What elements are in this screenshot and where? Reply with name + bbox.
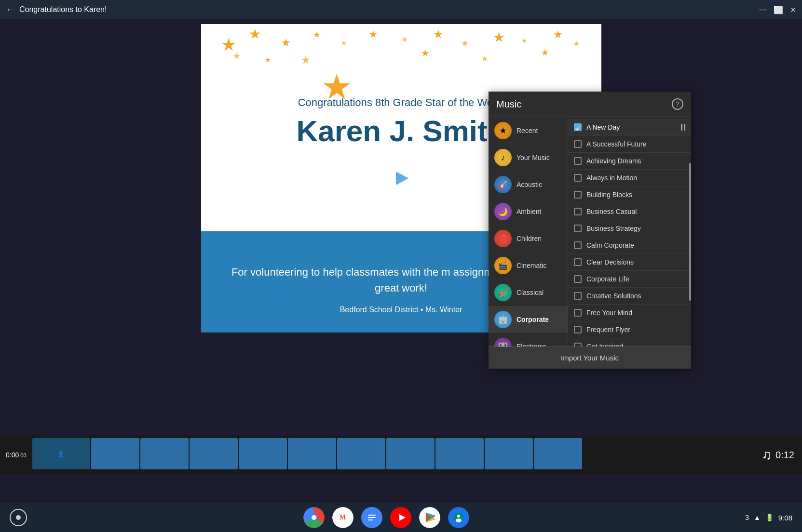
track-name-frequent-flyer: Frequent Flyer: [586, 326, 685, 333]
track-checkbox-business-strategy[interactable]: [574, 225, 582, 232]
track-checkbox-building-blocks[interactable]: [574, 191, 582, 199]
category-item-classical[interactable]: 🎻 Classical: [489, 279, 568, 306]
timeline-strip[interactable]: 👤: [32, 438, 754, 472]
track-item-business-casual[interactable]: Business Casual: [568, 203, 691, 220]
play-button[interactable]: [384, 161, 418, 195]
music-panel-body: ★ Recent ♪ Your Music 🎸 Acoustic: [489, 117, 691, 346]
window-controls: — ⬜ ✕: [759, 5, 796, 14]
category-list: ★ Recent ♪ Your Music 🎸 Acoustic: [489, 117, 568, 346]
track-checkbox-always-in-motion[interactable]: [574, 174, 582, 182]
category-label-classical: Classical: [517, 289, 544, 296]
docs-dock-icon[interactable]: [361, 507, 382, 528]
track-item-business-strategy[interactable]: Business Strategy: [568, 220, 691, 237]
help-button[interactable]: ?: [672, 98, 683, 110]
svg-point-10: [457, 515, 460, 518]
track-checkbox-a-successful-future[interactable]: [574, 140, 582, 148]
track-item-get-inspired[interactable]: Get Inspired: [568, 338, 691, 346]
track-name-a-new-day: A New Day: [586, 123, 676, 131]
track-checkbox-creative-solutions[interactable]: [574, 292, 582, 300]
track-item-a-successful-future[interactable]: A Successful Future: [568, 136, 691, 153]
meet-dock-icon[interactable]: [448, 507, 469, 528]
track-checkbox-get-inspired[interactable]: [574, 343, 582, 346]
category-label-ambient: Ambient: [517, 208, 541, 215]
track-checkbox-clear-decisions[interactable]: [574, 258, 582, 266]
category-item-ambient[interactable]: 🌙 Ambient: [489, 198, 568, 225]
category-item-electronic[interactable]: 🎛️ Electronic: [489, 333, 568, 346]
category-icon-electronic: 🎛️: [494, 338, 512, 346]
track-item-creative-solutions[interactable]: Creative Solutions: [568, 288, 691, 305]
play-store-icon: [419, 507, 440, 528]
category-item-recent[interactable]: ★ Recent: [489, 117, 568, 144]
timeline-start-time: 0:00.00: [0, 451, 32, 459]
track-checkbox-free-your-mind[interactable]: [574, 309, 582, 317]
maximize-button[interactable]: ⬜: [774, 5, 783, 14]
music-panel: Music ? ★ Recent ♪ Your Music: [489, 92, 691, 369]
app-area: ★ ★ ★ ★ ★ ★ ★ ★ ★ ★ ★ ★ ★ ★ ★ ★ ★ ★ ★ ★: [0, 19, 802, 503]
category-item-corporate[interactable]: 🏢 Corporate: [489, 306, 568, 333]
pause-indicator: [681, 124, 685, 131]
timeline-thumb-5: [288, 438, 336, 469]
category-label-corporate: Corporate: [517, 316, 549, 323]
track-item-calm-corporate[interactable]: Calm Corporate: [568, 237, 691, 254]
category-icon-classical: 🎻: [494, 284, 512, 301]
track-name-building-blocks: Building Blocks: [586, 191, 685, 199]
track-checkbox-frequent-flyer[interactable]: [574, 326, 582, 333]
track-name-get-inspired: Get Inspired: [586, 343, 685, 346]
svg-point-11: [456, 519, 462, 522]
close-button[interactable]: ✕: [790, 5, 796, 14]
category-icon-corporate: 🏢: [494, 311, 512, 328]
battery-icon: 🔋: [765, 514, 774, 521]
track-name-corporate-life: Corporate Life: [586, 275, 685, 283]
track-item-achieving-dreams[interactable]: Achieving Dreams: [568, 153, 691, 170]
music-note-area: ♫ 0:12: [754, 447, 802, 463]
music-panel-header: Music ?: [489, 92, 691, 117]
track-item-building-blocks[interactable]: Building Blocks: [568, 186, 691, 203]
category-item-yourmusic[interactable]: ♪ Your Music: [489, 144, 568, 171]
timeline-thumb-4: [239, 438, 287, 469]
track-item-frequent-flyer[interactable]: Frequent Flyer: [568, 321, 691, 338]
track-item-corporate-life[interactable]: Corporate Life: [568, 271, 691, 288]
back-button[interactable]: ←: [6, 5, 14, 15]
track-item-free-your-mind[interactable]: Free Your Mind: [568, 305, 691, 321]
minimize-button[interactable]: —: [759, 5, 767, 14]
track-item-clear-decisions[interactable]: Clear Decisions: [568, 254, 691, 271]
category-label-children: Children: [517, 235, 542, 242]
taskbar-launcher[interactable]: [10, 509, 27, 526]
taskbar-dock: M: [303, 507, 469, 528]
slide-footer-text: Bedford School District • Ms. Winter: [340, 306, 462, 314]
play-icon: [396, 172, 408, 185]
category-icon-children: 🎈: [494, 230, 512, 247]
category-item-children[interactable]: 🎈 Children: [489, 225, 568, 252]
youtube-dock-icon[interactable]: [390, 507, 411, 528]
track-name-business-strategy: Business Strategy: [586, 225, 685, 232]
track-checkbox-calm-corporate[interactable]: [574, 241, 582, 249]
title-bar-left: ← Congratulations to Karen!: [6, 5, 107, 15]
track-checkbox-achieving-dreams[interactable]: [574, 157, 582, 165]
svg-marker-4: [399, 514, 406, 521]
launcher-inner: [16, 515, 21, 520]
gmail-dock-icon[interactable]: M: [332, 507, 353, 528]
chrome-dock-icon[interactable]: [303, 507, 325, 528]
track-item-a-new-day[interactable]: A New Day: [568, 119, 691, 136]
category-label-acoustic: Acoustic: [517, 181, 542, 188]
track-name-a-successful-future: A Successful Future: [586, 140, 685, 148]
timeline-thumb-2: [140, 438, 189, 469]
track-name-achieving-dreams: Achieving Dreams: [586, 157, 685, 165]
track-checkbox-business-casual[interactable]: [574, 208, 582, 215]
import-button[interactable]: Import Your Music: [489, 346, 691, 369]
window-title: Congratulations to Karen!: [19, 5, 107, 14]
track-list: A New Day A Successful Future Achieving …: [568, 117, 691, 346]
play-store-dock-icon[interactable]: [419, 507, 440, 528]
track-checkbox-a-new-day[interactable]: [574, 123, 582, 131]
svg-rect-2: [368, 517, 376, 518]
category-icon-ambient: 🌙: [494, 203, 512, 220]
category-label-recent: Recent: [517, 127, 538, 134]
category-item-cinematic[interactable]: 🎬 Cinematic: [489, 252, 568, 279]
music-panel-title: Music: [496, 99, 521, 110]
track-item-always-in-motion[interactable]: Always in Motion: [568, 170, 691, 186]
timeline-thumb-0: 👤: [32, 438, 90, 469]
track-checkbox-corporate-life[interactable]: [574, 275, 582, 283]
track-name-business-casual: Business Casual: [586, 208, 685, 215]
svg-rect-1: [368, 515, 376, 516]
category-item-acoustic[interactable]: 🎸 Acoustic: [489, 171, 568, 198]
